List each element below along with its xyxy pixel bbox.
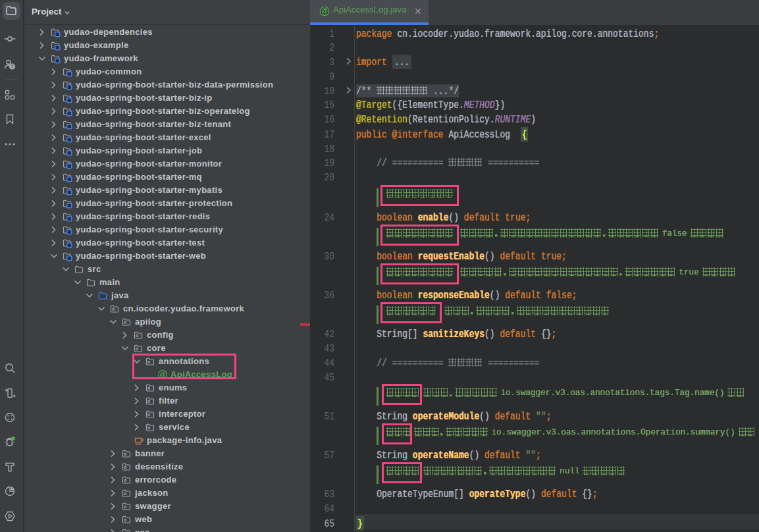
svg-text:?: ?	[11, 63, 14, 69]
svg-text:@: @	[321, 7, 328, 14]
